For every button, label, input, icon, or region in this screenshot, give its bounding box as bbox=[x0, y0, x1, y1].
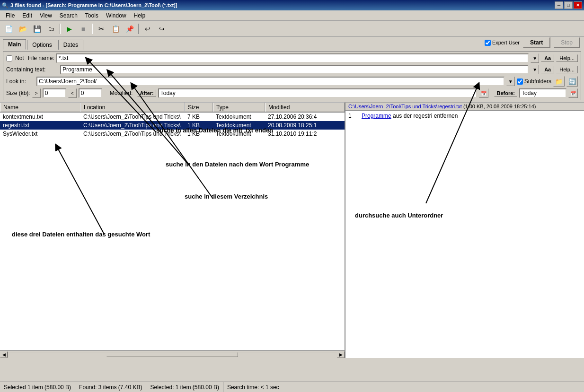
containing-input[interactable]: Programme bbox=[60, 65, 529, 74]
containing-match-btn[interactable]: Aa bbox=[541, 66, 554, 73]
scroll-left-btn[interactable]: ◀ bbox=[0, 351, 8, 358]
preview-meta: (1.00 KB, 20.08.2009 18:25:14) bbox=[462, 104, 536, 109]
col-size[interactable]: Size bbox=[185, 103, 213, 112]
menu-help[interactable]: Help bbox=[130, 11, 150, 20]
lookin-input[interactable]: C:\Users\Joern_2\Tool/ bbox=[36, 77, 504, 86]
scroll-track[interactable] bbox=[8, 352, 337, 357]
file-size-cell: 7 KB bbox=[185, 113, 213, 121]
filename-input[interactable]: *.txt bbox=[56, 53, 529, 63]
toolbar-sep-2 bbox=[92, 24, 93, 34]
filename-help-btn[interactable]: Help... bbox=[556, 54, 578, 62]
cut-button[interactable]: ✂ bbox=[95, 23, 108, 35]
browse-folder-button[interactable]: 📁 bbox=[553, 76, 565, 87]
line-text: Programme aus der regestri entfernen bbox=[362, 113, 458, 119]
start-button[interactable]: Start bbox=[522, 37, 550, 48]
hscrollbar[interactable]: ◀ ▶ bbox=[0, 350, 345, 358]
line-number: 1 bbox=[348, 113, 358, 119]
stop-button[interactable]: ■ bbox=[77, 23, 90, 35]
stop-button-main[interactable]: Stop bbox=[553, 37, 580, 48]
menu-tools[interactable]: Tools bbox=[81, 11, 102, 20]
subfolders-checkbox[interactable] bbox=[517, 78, 523, 85]
col-modified[interactable]: Modified bbox=[265, 103, 345, 112]
before-input[interactable]: Today bbox=[519, 88, 566, 98]
file-list-pane: Name Location Size Type Modified kontext… bbox=[0, 103, 345, 358]
title-bar: 🔍 3 files found - [Search: Programme in … bbox=[0, 0, 584, 10]
size-lt-btn[interactable]: < bbox=[68, 88, 77, 98]
lookin-dropdown[interactable]: ▼ bbox=[506, 77, 515, 86]
table-row[interactable]: kontextmenu.txt C:\Users\Joern_2\Tool\Ti… bbox=[0, 113, 345, 121]
status-bar: Selected 1 item (580.00 B) Found: 3 item… bbox=[0, 382, 584, 392]
subfolders-container: Subfolders bbox=[517, 78, 551, 85]
file-name-cell: regestri.txt bbox=[0, 122, 80, 129]
after-cal-btn[interactable]: 📅 bbox=[479, 88, 488, 98]
annotation-txt: suche in allen Dateien die mit .txt ende… bbox=[156, 127, 273, 134]
split-pane: Name Location Size Type Modified kontext… bbox=[0, 103, 584, 358]
paste-button[interactable]: 📌 bbox=[123, 23, 136, 35]
selected2-text: Selected: 1 item (580.00 B) bbox=[150, 384, 219, 391]
match-link[interactable]: Programme bbox=[362, 113, 391, 119]
save-button[interactable]: 💾 bbox=[30, 23, 44, 35]
preview-file-link[interactable]: C:\Users\Joern_2\Tool\Tips und Tricks\re… bbox=[348, 104, 462, 109]
not-label: Not bbox=[15, 55, 24, 61]
col-name[interactable]: Name bbox=[0, 103, 80, 112]
redo-button[interactable]: ↪ bbox=[155, 23, 168, 35]
run-button[interactable]: ▶ bbox=[62, 23, 76, 35]
scroll-right-btn[interactable]: ▶ bbox=[337, 351, 345, 358]
menu-view[interactable]: View bbox=[36, 11, 56, 20]
tab-main[interactable]: Main bbox=[3, 39, 26, 50]
before-label: Before: bbox=[494, 89, 517, 97]
toolbar: 📄 📂 💾 🗂 ▶ ■ ✂ 📋 📌 ↩ ↪ bbox=[0, 21, 584, 37]
menu-search[interactable]: Search bbox=[56, 11, 81, 20]
tab-options[interactable]: Options bbox=[27, 40, 57, 50]
file-name-cell: kontextmenu.txt bbox=[0, 113, 80, 121]
expert-user-checkbox-container: Expert User bbox=[485, 40, 520, 46]
filename-dropdown[interactable]: ▼ bbox=[531, 53, 539, 63]
status-selected: Selected 1 item (580.00 B) bbox=[0, 382, 75, 392]
refresh-button[interactable]: 🔄 bbox=[566, 76, 578, 87]
annotation-word: suche in den Dateien nach dem Wort Progr… bbox=[166, 161, 309, 168]
col-type[interactable]: Type bbox=[213, 103, 265, 112]
tab-dates[interactable]: Dates bbox=[58, 40, 83, 50]
file-name-cell: SysWieder.txt bbox=[0, 130, 80, 138]
new-button[interactable]: 📄 bbox=[2, 23, 15, 35]
preview-pane: C:\Users\Joern_2\Tool\Tips und Tricks\re… bbox=[345, 103, 584, 358]
after-input[interactable]: Today bbox=[158, 88, 478, 98]
status-selected2: Selected: 1 item (580.00 B) bbox=[146, 382, 223, 392]
size-gt-input[interactable]: 0 bbox=[43, 88, 66, 98]
annotation-dir: suche in diesem Verzeichnis bbox=[185, 193, 268, 200]
before-cal-btn[interactable]: 📅 bbox=[568, 88, 578, 98]
save-all-button[interactable]: 🗂 bbox=[44, 23, 58, 35]
containing-row: Containing text: Programme ▼ Aa Help... bbox=[6, 65, 578, 74]
size-gt-btn[interactable]: > bbox=[32, 88, 41, 98]
preview-body: 1 Programme aus der regestri entfernen bbox=[345, 111, 584, 358]
close-button[interactable]: ✕ bbox=[574, 1, 582, 9]
maximize-button[interactable]: □ bbox=[564, 1, 573, 9]
containing-help-btn[interactable]: Help... bbox=[556, 66, 578, 73]
containing-dropdown[interactable]: ▼ bbox=[531, 65, 539, 74]
open-button[interactable]: 📂 bbox=[16, 23, 29, 35]
containing-label: Containing text: bbox=[6, 66, 58, 73]
menu-edit[interactable]: Edit bbox=[18, 11, 36, 20]
lookin-row: Look in: C:\Users\Joern_2\Tool/ ▼ Subfol… bbox=[6, 76, 578, 87]
menu-window[interactable]: Window bbox=[102, 11, 130, 20]
subfolders-label: Subfolders bbox=[524, 78, 551, 85]
not-checkbox[interactable] bbox=[6, 55, 12, 61]
expert-user-checkbox[interactable] bbox=[485, 40, 491, 46]
found-text: Found: 3 items (7.40 KB) bbox=[79, 384, 142, 391]
expert-user-label: Expert User bbox=[492, 40, 520, 45]
col-location[interactable]: Location bbox=[80, 103, 185, 112]
file-list-header: Name Location Size Type Modified bbox=[0, 103, 345, 113]
scroll-thumb[interactable] bbox=[106, 352, 238, 357]
menu-file[interactable]: File bbox=[2, 11, 18, 20]
size-lt-input[interactable]: 0 bbox=[79, 88, 102, 98]
minimize-button[interactable]: ─ bbox=[555, 1, 563, 9]
filename-match-btn[interactable]: Aa bbox=[541, 54, 554, 62]
file-location-cell: C:\Users\Joern_2\Tool\Tips und Tricks\ bbox=[80, 113, 185, 121]
modified-label: Modified: bbox=[110, 90, 133, 96]
window-title: 3 files found - [Search: Programme in C:… bbox=[10, 2, 555, 8]
undo-button[interactable]: ↩ bbox=[141, 23, 154, 35]
file-type-cell: Textdokument bbox=[213, 113, 265, 121]
preview-line: 1 Programme aus der regestri entfernen bbox=[348, 113, 581, 119]
copy-button[interactable]: 📋 bbox=[109, 23, 122, 35]
after-label: After: bbox=[137, 89, 156, 97]
